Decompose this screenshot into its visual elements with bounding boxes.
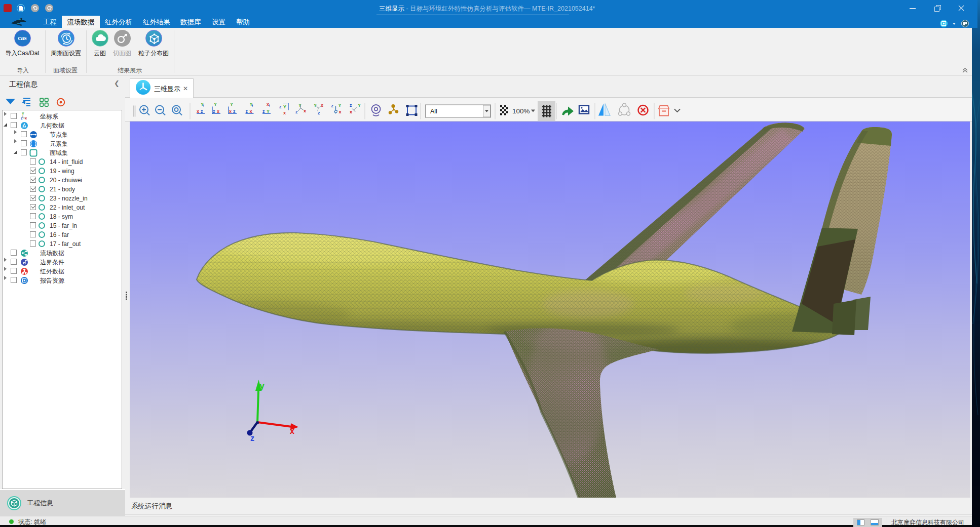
svg-text:z: z [233, 109, 236, 114]
svg-text:z: z [279, 104, 282, 109]
svg-text:z: z [262, 109, 265, 114]
svg-text:x: x [250, 109, 252, 114]
svg-text:x: x [197, 109, 199, 114]
svg-text:Y: Y [338, 103, 342, 108]
svg-text:x: x [339, 109, 342, 114]
svg-text:Y: Y [230, 102, 233, 107]
svg-text:Y: Y [314, 103, 317, 108]
svg-text:x: x [283, 110, 286, 115]
svg-text:x: x [290, 427, 294, 435]
svg-text:x: x [25, 116, 27, 120]
svg-text:Y: Y [201, 102, 204, 107]
svg-text:x: x [350, 109, 352, 114]
svg-text:x: x [304, 108, 306, 113]
svg-text:z: z [213, 109, 215, 114]
svg-text:z: z [246, 109, 248, 114]
svg-text:y: y [259, 381, 265, 391]
svg-text:z: z [250, 434, 254, 442]
svg-text:z: z [21, 116, 23, 120]
svg-text:Y: Y [267, 109, 270, 114]
svg-text:z: z [201, 109, 203, 114]
svg-text:x: x [321, 103, 323, 108]
svg-text:z: z [331, 103, 334, 108]
svg-text:x: x [267, 102, 269, 107]
svg-text:z: z [350, 103, 352, 108]
svg-text:Y: Y [22, 112, 24, 115]
svg-text:All: All [430, 108, 437, 115]
svg-text:z: z [318, 110, 320, 115]
svg-text:Y: Y [250, 102, 253, 107]
svg-text:x: x [217, 109, 219, 114]
svg-text:100%: 100% [512, 107, 530, 115]
svg-text:Y: Y [358, 103, 361, 108]
svg-text:Y: Y [283, 104, 286, 109]
svg-text:z: z [295, 109, 298, 114]
svg-text:Y: Y [298, 103, 301, 108]
svg-text:Y: Y [214, 102, 217, 107]
svg-text:x: x [229, 109, 232, 114]
